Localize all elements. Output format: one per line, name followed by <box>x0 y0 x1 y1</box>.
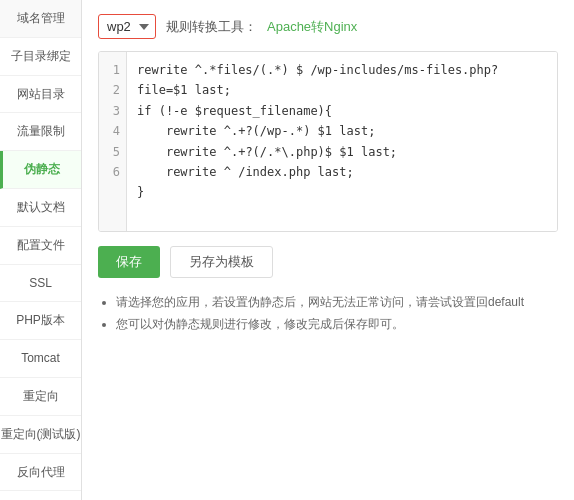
sidebar-item-subdir-bind[interactable]: 子目录绑定 <box>0 38 81 76</box>
sidebar-item-php-version[interactable]: PHP版本 <box>0 302 81 340</box>
sidebar-item-reverse-proxy[interactable]: 反向代理 <box>0 454 81 492</box>
save-template-button[interactable]: 另存为模板 <box>170 246 273 278</box>
convert-tool-label: 规则转换工具： <box>166 18 257 36</box>
code-lines: 123456 <box>99 52 557 231</box>
btn-row: 保存 另存为模板 <box>98 246 558 278</box>
sidebar-item-default-doc[interactable]: 默认文档 <box>0 189 81 227</box>
sidebar-item-config-file[interactable]: 配置文件 <box>0 227 81 265</box>
sidebar-item-redirect-test[interactable]: 重定向(测试版) <box>0 416 81 454</box>
sidebar-item-tomcat[interactable]: Tomcat <box>0 340 81 378</box>
site-select[interactable]: wp2 <box>98 14 156 39</box>
top-bar: wp2 规则转换工具： Apache转Nginx <box>98 14 558 39</box>
sidebar-item-flow-limit[interactable]: 流量限制 <box>0 113 81 151</box>
line-number: 2 <box>99 80 126 100</box>
main-content: wp2 规则转换工具： Apache转Nginx 123456 保存 另存为模板… <box>82 0 574 500</box>
line-number: 4 <box>99 121 126 141</box>
line-number: 1 <box>99 60 126 80</box>
sidebar-item-site-dir[interactable]: 网站目录 <box>0 76 81 114</box>
convert-link[interactable]: Apache转Nginx <box>267 18 357 36</box>
sidebar-item-ssl[interactable]: SSL <box>0 265 81 303</box>
line-number: 5 <box>99 142 126 162</box>
code-editor: 123456 <box>98 51 558 232</box>
notes: 请选择您的应用，若设置伪静态后，网站无法正常访问，请尝试设置回default您可… <box>98 292 558 335</box>
sidebar: 域名管理子目录绑定网站目录流量限制伪静态默认文档配置文件SSLPHP版本Tomc… <box>0 0 82 500</box>
code-textarea[interactable] <box>127 52 557 231</box>
save-button[interactable]: 保存 <box>98 246 160 278</box>
sidebar-item-domain-mgmt[interactable]: 域名管理 <box>0 0 81 38</box>
line-numbers: 123456 <box>99 52 127 231</box>
note-item: 请选择您的应用，若设置伪静态后，网站无法正常访问，请尝试设置回default <box>116 292 558 314</box>
line-number: 3 <box>99 101 126 121</box>
sidebar-item-redirect[interactable]: 重定向 <box>0 378 81 416</box>
line-number: 6 <box>99 162 126 182</box>
note-item: 您可以对伪静态规则进行修改，修改完成后保存即可。 <box>116 314 558 336</box>
sidebar-item-pseudo-static[interactable]: 伪静态 <box>0 151 81 189</box>
sidebar-item-hotlink[interactable]: 防盗链 <box>0 491 81 500</box>
